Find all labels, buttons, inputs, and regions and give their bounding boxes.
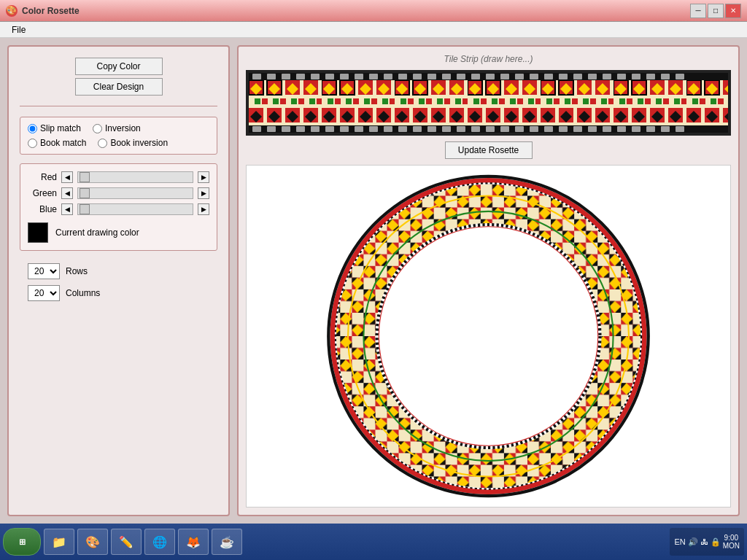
svg-rect-49 bbox=[500, 74, 509, 79]
svg-rect-51 bbox=[530, 74, 538, 79]
svg-rect-57 bbox=[617, 74, 626, 79]
svg-rect-52 bbox=[544, 74, 553, 79]
taskbar-right: EN 🔊 🖧 🔒 9:00 MON bbox=[670, 528, 744, 556]
svg-rect-66 bbox=[311, 126, 320, 132]
minimize-button[interactable]: ─ bbox=[690, 4, 706, 18]
svg-rect-79 bbox=[500, 126, 509, 132]
svg-rect-48 bbox=[486, 74, 495, 79]
language-indicator: EN bbox=[674, 537, 685, 546]
blue-thumb[interactable] bbox=[80, 204, 90, 214]
svg-rect-47 bbox=[471, 74, 480, 79]
svg-rect-69 bbox=[355, 126, 363, 132]
action-buttons: Copy Color Clear Design bbox=[20, 58, 217, 96]
svg-rect-87 bbox=[617, 126, 626, 132]
svg-rect-88 bbox=[632, 126, 640, 132]
svg-rect-63 bbox=[267, 126, 276, 132]
tile-strip-hint: (draw here...) bbox=[481, 54, 533, 64]
svg-rect-58 bbox=[632, 74, 640, 79]
inversion-radio[interactable] bbox=[93, 124, 102, 133]
green-decrease-button[interactable]: ◀ bbox=[61, 187, 73, 199]
svg-rect-76 bbox=[457, 126, 465, 132]
rows-select[interactable]: 20 10 30 40 bbox=[28, 263, 60, 279]
svg-rect-54 bbox=[573, 74, 582, 79]
svg-rect-67 bbox=[325, 126, 334, 132]
svg-rect-56 bbox=[603, 74, 611, 79]
title-bar: 🎨 Color Rosette ─ □ ✕ bbox=[0, 0, 747, 22]
clear-design-button[interactable]: Clear Design bbox=[75, 78, 163, 96]
svg-rect-73 bbox=[413, 126, 422, 132]
svg-rect-44 bbox=[427, 74, 436, 79]
svg-rect-37 bbox=[325, 74, 334, 79]
taskbar-sketchpad[interactable]: ✏️ bbox=[111, 529, 142, 555]
taskbar-firefox[interactable]: 🦊 bbox=[178, 529, 209, 555]
blue-track[interactable] bbox=[77, 203, 193, 215]
svg-rect-40 bbox=[369, 74, 378, 79]
copy-color-button[interactable]: Copy Color bbox=[75, 58, 163, 75]
inversion-option[interactable]: Inversion bbox=[93, 123, 141, 133]
svg-rect-90 bbox=[661, 126, 670, 132]
columns-select[interactable]: 20 10 30 40 bbox=[28, 285, 60, 301]
book-match-option[interactable]: Book match bbox=[28, 138, 86, 148]
green-thumb[interactable] bbox=[80, 188, 90, 198]
blue-decrease-button[interactable]: ◀ bbox=[61, 203, 73, 215]
red-increase-button[interactable]: ▶ bbox=[198, 171, 209, 183]
green-track[interactable] bbox=[77, 187, 193, 199]
radio-row-2: Book match Book inversion bbox=[28, 138, 209, 148]
book-match-radio[interactable] bbox=[28, 139, 37, 148]
taskbar-explorer[interactable]: 📁 bbox=[44, 529, 74, 555]
slip-match-option[interactable]: Slip match bbox=[28, 123, 81, 133]
update-rosette-button[interactable]: Update Rosette bbox=[445, 141, 533, 159]
right-panel: Tile Strip (draw here...) bbox=[237, 45, 740, 516]
color-swatch bbox=[28, 222, 48, 243]
taskbar-color-app[interactable]: 🎨 bbox=[77, 529, 108, 555]
close-button[interactable]: ✕ bbox=[725, 4, 741, 18]
rosette-canvas[interactable] bbox=[246, 165, 731, 508]
red-slider-row: Red ◀ ▶ bbox=[28, 171, 209, 183]
taskbar-java[interactable]: ☕ bbox=[212, 529, 242, 555]
svg-rect-60 bbox=[661, 74, 670, 79]
svg-rect-84 bbox=[573, 126, 582, 132]
clock: 9:00 MON bbox=[723, 534, 740, 550]
blue-label: Blue bbox=[28, 204, 57, 214]
app-icon: 🎨 bbox=[6, 5, 18, 17]
svg-point-113 bbox=[379, 227, 597, 445]
explorer-icon: 📁 bbox=[50, 533, 68, 551]
svg-rect-55 bbox=[588, 74, 597, 79]
svg-rect-41 bbox=[384, 74, 392, 79]
file-menu[interactable]: File bbox=[6, 23, 31, 36]
red-track[interactable] bbox=[77, 171, 193, 183]
blue-slider-row: Blue ◀ ▶ bbox=[28, 203, 209, 215]
svg-rect-74 bbox=[427, 126, 436, 132]
svg-rect-33 bbox=[267, 74, 276, 79]
book-inversion-option[interactable]: Book inversion bbox=[98, 138, 168, 148]
radio-row-1: Slip match Inversion bbox=[28, 123, 209, 133]
svg-rect-86 bbox=[603, 126, 611, 132]
left-panel: Copy Color Clear Design Slip match Inver… bbox=[7, 45, 230, 516]
svg-rect-50 bbox=[515, 74, 524, 79]
window-controls: ─ □ ✕ bbox=[690, 4, 741, 18]
blue-increase-button[interactable]: ▶ bbox=[198, 203, 209, 215]
red-thumb[interactable] bbox=[80, 172, 90, 182]
taskbar-browser[interactable]: 🌐 bbox=[144, 529, 175, 555]
svg-rect-42 bbox=[398, 74, 407, 79]
tray-icon-1: 🔊 bbox=[688, 537, 698, 547]
svg-rect-34 bbox=[282, 74, 290, 79]
tile-strip[interactable] bbox=[246, 70, 731, 136]
main-content: Copy Color Clear Design Slip match Inver… bbox=[0, 38, 747, 524]
tile-strip-svg bbox=[249, 73, 728, 136]
svg-rect-77 bbox=[471, 126, 480, 132]
svg-rect-45 bbox=[442, 74, 451, 79]
green-increase-button[interactable]: ▶ bbox=[198, 187, 209, 199]
slip-match-radio[interactable] bbox=[28, 124, 37, 133]
svg-rect-64 bbox=[282, 126, 290, 132]
maximize-button[interactable]: □ bbox=[708, 4, 724, 18]
svg-rect-81 bbox=[530, 126, 538, 132]
start-button[interactable]: ⊞ bbox=[3, 528, 41, 556]
inversion-label: Inversion bbox=[105, 123, 141, 133]
red-decrease-button[interactable]: ◀ bbox=[61, 171, 73, 183]
rows-cols-section: 20 10 30 40 Rows 20 10 30 40 Columns bbox=[20, 260, 217, 305]
svg-rect-75 bbox=[442, 126, 451, 132]
book-inversion-radio[interactable] bbox=[98, 139, 107, 148]
system-tray: EN 🔊 🖧 🔒 9:00 MON bbox=[670, 528, 744, 556]
svg-rect-46 bbox=[457, 74, 465, 79]
